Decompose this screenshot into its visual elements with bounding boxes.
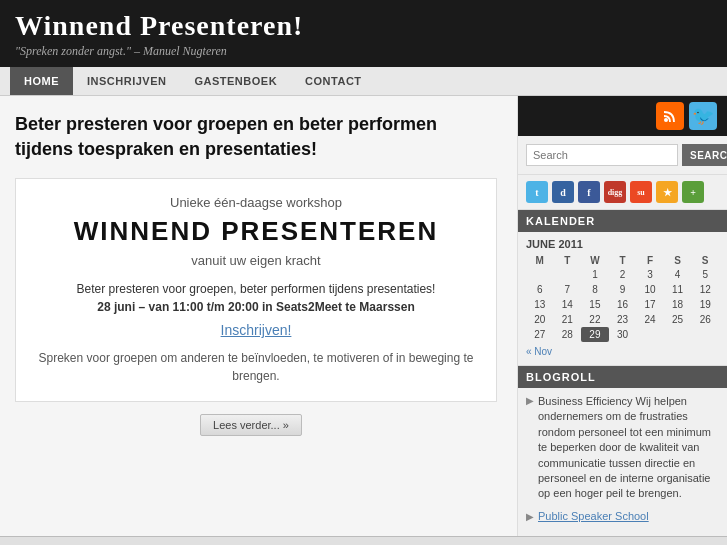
calendar-day[interactable]: 2 — [609, 267, 637, 282]
search-input[interactable] — [526, 144, 678, 166]
nav-bar: HOME INSCHRIJVEN GASTENBOEK CONTACT — [0, 67, 727, 96]
calendar-day[interactable]: 7 — [554, 282, 582, 297]
calendar-day — [691, 327, 719, 342]
calendar-day[interactable]: 28 — [554, 327, 582, 342]
nav-contact[interactable]: CONTACT — [291, 67, 375, 95]
calendar-day[interactable]: 15 — [581, 297, 609, 312]
main-headline: Beter presteren voor groepen en beter pe… — [15, 112, 497, 162]
workshop-description: Beter presteren voor groepen, beter perf… — [36, 282, 476, 296]
calendar-day[interactable]: 3 — [636, 267, 664, 282]
calendar-day[interactable]: 29 — [581, 327, 609, 342]
cal-header-w: W — [581, 254, 609, 267]
calendar-day[interactable]: 4 — [664, 267, 692, 282]
cal-header-f: F — [636, 254, 664, 267]
calendar-day[interactable]: 6 — [526, 282, 554, 297]
read-more-button[interactable]: Lees verder... » — [200, 414, 302, 436]
site-tagline: "Spreken zonder angst." – Manuel Nugtere… — [15, 44, 712, 59]
workshop-subtitle: vanuit uw eigen kracht — [36, 253, 476, 268]
twitter-icon[interactable]: 🐦 — [689, 102, 717, 130]
calendar-day — [554, 267, 582, 282]
calendar-day[interactable]: 27 — [526, 327, 554, 342]
layout: Beter presteren voor groepen en beter pe… — [0, 96, 727, 536]
calendar-widget: JUNE 2011 M T W T F S S 1234567891011121… — [518, 232, 727, 366]
rss-icon[interactable] — [656, 102, 684, 130]
calendar-day[interactable]: 11 — [664, 282, 692, 297]
blogroll-item-1: ▶ Business Efficiency Wij helpen onderne… — [526, 394, 719, 502]
cal-header-t1: T — [554, 254, 582, 267]
calendar-day — [664, 327, 692, 342]
mini-star-icon[interactable]: ★ — [656, 181, 678, 203]
inschrijven-link[interactable]: Inschrijven! — [221, 322, 292, 338]
public-speaker-school-link[interactable]: Public Speaker School — [538, 510, 649, 522]
calendar-day[interactable]: 23 — [609, 312, 637, 327]
cal-header-s1: S — [664, 254, 692, 267]
mini-delicious-icon[interactable]: d — [552, 181, 574, 203]
calendar-day[interactable]: 14 — [554, 297, 582, 312]
nav-gastenboek[interactable]: GASTENBOEK — [180, 67, 291, 95]
calendar-day — [636, 327, 664, 342]
calendar-body: 1234567891011121314151617181920212223242… — [526, 267, 719, 342]
workshop-title: WINNEND PRESENTEREN — [36, 216, 476, 247]
calendar-section-title: KALENDER — [518, 210, 727, 232]
site-header: Winnend Presenteren! "Spreken zonder ang… — [0, 0, 727, 67]
calendar-day[interactable]: 10 — [636, 282, 664, 297]
svg-point-0 — [664, 118, 668, 122]
calendar-day[interactable]: 8 — [581, 282, 609, 297]
calendar-day[interactable]: 30 — [609, 327, 637, 342]
article-box: Unieke één-daagse workshop WINNEND PRESE… — [15, 178, 497, 402]
main-content: Beter presteren voor groepen en beter pe… — [0, 96, 517, 536]
calendar-prev-link[interactable]: « Nov — [526, 346, 552, 357]
calendar-day[interactable]: 1 — [581, 267, 609, 282]
site-footer: Copyright © Winnend Presenteren! - "Spre… — [0, 536, 727, 545]
calendar-day[interactable]: 16 — [609, 297, 637, 312]
calendar-month-year: JUNE 2011 — [526, 238, 719, 250]
calendar-nav[interactable]: « Nov — [526, 346, 719, 357]
social-mini-icons-row: t d f digg su ★ + — [518, 175, 727, 210]
site-title: Winnend Presenteren! — [15, 10, 712, 42]
calendar-day[interactable]: 24 — [636, 312, 664, 327]
calendar-day[interactable]: 26 — [691, 312, 719, 327]
sidebar-search: SEARCH — [518, 136, 727, 175]
nav-inschrijven[interactable]: INSCHRIJVEN — [73, 67, 180, 95]
workshop-date: 28 juni – van 11:00 t/m 20:00 in Seats2M… — [36, 300, 476, 314]
blogroll-arrow-icon-2: ▶ — [526, 511, 534, 522]
calendar-day[interactable]: 19 — [691, 297, 719, 312]
blogroll-arrow-icon: ▶ — [526, 395, 534, 406]
calendar-day[interactable]: 5 — [691, 267, 719, 282]
cal-header-s2: S — [691, 254, 719, 267]
calendar-day[interactable]: 12 — [691, 282, 719, 297]
mini-stumbleupon-icon[interactable]: su — [630, 181, 652, 203]
calendar-day[interactable]: 22 — [581, 312, 609, 327]
sidebar-top-icons: 🐦 — [518, 96, 727, 136]
mini-twitter-icon[interactable]: t — [526, 181, 548, 203]
blogroll-text-1: Business Efficiency Wij helpen onderneme… — [538, 394, 719, 502]
cal-header-t2: T — [609, 254, 637, 267]
workshop-link-container: Inschrijven! — [36, 322, 476, 339]
mini-digg-icon[interactable]: digg — [604, 181, 626, 203]
cal-header-m: M — [526, 254, 554, 267]
calendar-day[interactable]: 17 — [636, 297, 664, 312]
mini-plus-icon[interactable]: + — [682, 181, 704, 203]
blogroll-widget: ▶ Business Efficiency Wij helpen onderne… — [518, 388, 727, 534]
calendar-day[interactable]: 25 — [664, 312, 692, 327]
calendar-day[interactable]: 18 — [664, 297, 692, 312]
nav-home[interactable]: HOME — [10, 67, 73, 95]
blogroll-section-title: BLOGROLL — [518, 366, 727, 388]
calendar-day[interactable]: 20 — [526, 312, 554, 327]
calendar-day — [526, 267, 554, 282]
search-button[interactable]: SEARCH — [682, 144, 727, 166]
mini-facebook-icon[interactable]: f — [578, 181, 600, 203]
calendar-day[interactable]: 9 — [609, 282, 637, 297]
calendar-day[interactable]: 21 — [554, 312, 582, 327]
sidebar: 🐦 SEARCH t d f digg su ★ + KALENDER JUNE… — [517, 96, 727, 536]
workshop-intro-label: Unieke één-daagse workshop — [36, 195, 476, 210]
blogroll-item-2: ▶ Public Speaker School — [526, 510, 719, 522]
workshop-body: Spreken voor groepen om anderen te beïnv… — [36, 349, 476, 385]
calendar-day[interactable]: 13 — [526, 297, 554, 312]
calendar-table: M T W T F S S 12345678910111213141516171… — [526, 254, 719, 342]
